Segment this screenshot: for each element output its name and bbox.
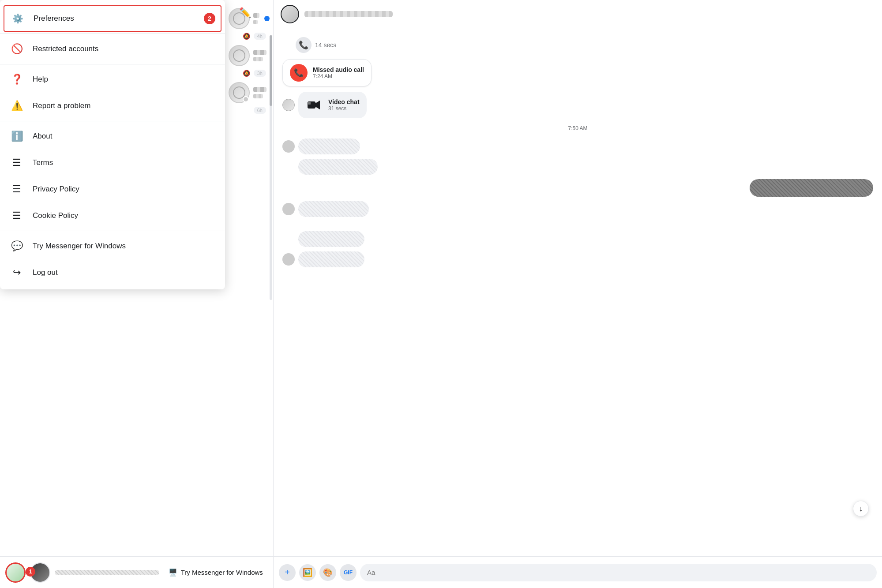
menu-item-about[interactable]: ℹ️ About xyxy=(0,123,225,150)
scroll-down-icon: ↓ xyxy=(859,504,863,513)
unread-dot-1 xyxy=(264,16,270,21)
spacer xyxy=(282,221,873,228)
msg-row-2 xyxy=(282,159,873,175)
left-bottom-bar: 1 🖥️ Try Messenger for Windows xyxy=(0,556,273,588)
dropdown-menu: ⚙️ Preferences 2 🚫 Restricted accounts ❓… xyxy=(0,0,225,289)
missed-call-time: 7:24 AM xyxy=(313,73,364,79)
missed-call-item: 📞 Missed audio call 7:24 AM xyxy=(282,59,873,86)
chat-input-bar: + 🖼️ 🎨 GIF xyxy=(274,556,882,588)
sidebar-list-item-2[interactable] xyxy=(225,41,273,70)
cookie-icon: ☰ xyxy=(9,208,25,224)
msg-row-3 xyxy=(282,201,873,217)
gif-button[interactable]: GIF xyxy=(340,564,357,581)
monitor-icon: 🖥️ xyxy=(169,568,177,577)
msg-row-sent-1 xyxy=(282,179,873,197)
chat-header-name xyxy=(304,11,393,17)
item-text-1 xyxy=(253,13,261,24)
user-avatar-1[interactable] xyxy=(5,562,26,583)
scrollbar-track xyxy=(270,35,272,300)
video-chat-bubble[interactable]: Video chat 31 secs xyxy=(298,92,367,118)
item-msg-1 xyxy=(253,20,258,24)
help-icon: ❓ xyxy=(9,71,25,87)
bubble-3 xyxy=(298,201,369,217)
logout-label: Log out xyxy=(33,268,58,277)
sidebar-items-area: ✏️ 🔕 4h xyxy=(225,0,273,556)
muted-icon-1: 🔕 xyxy=(243,33,250,40)
menu-item-report[interactable]: ⚠️ Report a problem xyxy=(0,93,225,119)
menu-item-logout[interactable]: ↪ Log out xyxy=(0,259,225,286)
avatar-2 xyxy=(229,45,250,66)
preferences-label: Preferences xyxy=(34,14,196,23)
missed-call-title: Missed audio call xyxy=(313,66,364,73)
call-14secs-label: 14 secs xyxy=(315,41,336,49)
video-chat-title: Video chat xyxy=(328,98,360,105)
menu-item-privacy[interactable]: ☰ Privacy Policy xyxy=(0,176,225,202)
timestamp-750: 7:50 AM xyxy=(282,125,873,131)
plus-icon: + xyxy=(285,567,290,577)
scrollbar-thumb[interactable] xyxy=(270,35,272,106)
menu-item-restricted[interactable]: 🚫 Restricted accounts xyxy=(0,36,225,62)
video-chat-sender-avatar xyxy=(282,99,295,111)
item-msg-3 xyxy=(253,94,263,98)
terms-label: Terms xyxy=(33,158,53,167)
menu-item-terms[interactable]: ☰ Terms xyxy=(0,150,225,176)
add-button[interactable]: + xyxy=(279,564,296,581)
svg-point-1 xyxy=(233,50,245,61)
menu-item-cookie[interactable]: ☰ Cookie Policy xyxy=(0,202,225,229)
svg-rect-5 xyxy=(308,102,311,105)
missed-call-text: Missed audio call 7:24 AM xyxy=(313,66,364,79)
video-chat-row: Video chat 31 secs xyxy=(282,92,873,118)
restricted-label: Restricted accounts xyxy=(33,45,98,53)
sidebar-list-item-3[interactable] xyxy=(225,79,273,107)
item-name-2 xyxy=(253,50,266,55)
compose-icon[interactable]: ✏️ xyxy=(239,7,251,19)
menu-item-help[interactable]: ❓ Help xyxy=(0,66,225,93)
divider-1 xyxy=(0,34,225,34)
about-label: About xyxy=(33,132,52,141)
muted-icon-2: 🔕 xyxy=(243,70,250,77)
left-panel: ⚙️ Preferences 2 🚫 Restricted accounts ❓… xyxy=(0,0,274,588)
item-name-1 xyxy=(253,13,259,18)
bubble-sent-1 xyxy=(750,179,873,197)
video-chat-text: Video chat 31 secs xyxy=(328,98,360,112)
missed-call-bubble[interactable]: 📞 Missed audio call 7:24 AM xyxy=(282,59,372,86)
sticker-button[interactable]: 🎨 xyxy=(319,564,336,581)
terms-icon: ☰ xyxy=(9,155,25,171)
chat-input-field[interactable] xyxy=(360,564,877,581)
right-panel: 📞 14 secs 📞 Missed audio call 7:24 AM xyxy=(274,0,882,588)
sticker-icon: 🎨 xyxy=(323,568,333,577)
avatar-msg-3 xyxy=(282,203,295,215)
privacy-label: Privacy Policy xyxy=(33,185,79,194)
video-chat-duration: 31 secs xyxy=(328,105,360,112)
msg-row-1 xyxy=(282,139,873,154)
bubble-2 xyxy=(298,159,378,175)
call-item-14secs: 📞 14 secs xyxy=(282,37,873,53)
try-windows-footer-label: Try Messenger for Windows xyxy=(181,569,263,576)
try-messenger-footer[interactable]: 🖥️ Try Messenger for Windows xyxy=(164,568,268,577)
restricted-icon: 🚫 xyxy=(9,41,25,57)
gif-icon: GIF xyxy=(344,569,353,576)
menu-item-try-windows[interactable]: 💬 Try Messenger for Windows xyxy=(0,233,225,259)
video-call-icon xyxy=(305,96,323,114)
item-text-3 xyxy=(253,87,270,98)
item-name-3 xyxy=(253,87,266,92)
msg-row-4 xyxy=(282,231,873,247)
scroll-down-button[interactable]: ↓ xyxy=(853,501,869,517)
photo-icon: 🖼️ xyxy=(303,568,312,577)
divider-2 xyxy=(0,64,225,64)
menu-item-preferences[interactable]: ⚙️ Preferences 2 xyxy=(4,5,221,32)
user-avatar-container: 1 xyxy=(5,562,26,583)
chat-messages: 📞 14 secs 📞 Missed audio call 7:24 AM xyxy=(274,28,882,556)
bottom-placeholder-text xyxy=(55,570,159,575)
gear-icon: ⚙️ xyxy=(10,11,26,26)
photo-button[interactable]: 🖼️ xyxy=(299,564,316,581)
avatar-3 xyxy=(229,82,250,103)
phone-icon: 📞 xyxy=(296,37,312,53)
privacy-icon: ☰ xyxy=(9,181,25,197)
bubble-4 xyxy=(298,231,364,247)
bubble-1 xyxy=(298,139,360,154)
bubble-5 xyxy=(298,251,364,267)
messenger-icon: 💬 xyxy=(9,238,25,254)
svg-marker-4 xyxy=(315,101,320,109)
divider-4 xyxy=(0,231,225,231)
